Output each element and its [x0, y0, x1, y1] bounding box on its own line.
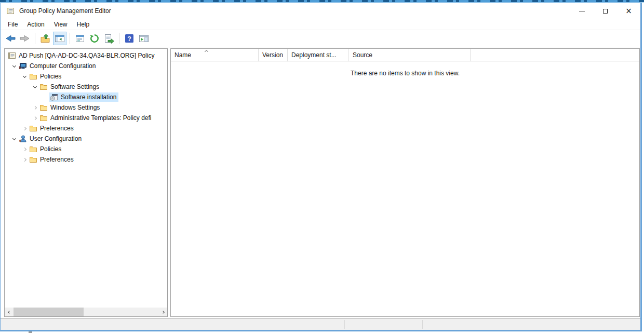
folder-icon — [39, 114, 48, 122]
tree-item-label: AD Push [QA-AD-DC-34.QA34-BLR.ORG] Polic… — [19, 52, 154, 59]
gpo-scroll-icon — [6, 7, 15, 15]
column-label: Source — [353, 51, 372, 59]
user-icon — [19, 135, 28, 143]
chevron-right-icon[interactable] — [31, 113, 39, 123]
tree-item-policies-user[interactable]: Policies — [5, 144, 167, 154]
folder-icon — [29, 72, 38, 81]
show-action-pane-icon — [139, 33, 149, 44]
chevron-right-icon — [162, 311, 165, 314]
close-button[interactable]: × — [617, 3, 640, 19]
tree-item-administrative-templates[interactable]: Administrative Templates: Policy defi — [5, 113, 167, 123]
tree-item-user-configuration[interactable]: User Configuration — [5, 134, 167, 144]
toolbar-separator — [35, 33, 35, 44]
scroll-left-button[interactable] — [5, 308, 14, 316]
back-icon — [5, 33, 16, 44]
main-area: AD Push [QA-AD-DC-34.QA34-BLR.ORG] Polic… — [1, 47, 640, 318]
tree-item-computer-configuration[interactable]: Computer Configuration — [5, 61, 167, 71]
folder-icon — [29, 155, 38, 164]
folder-icon — [29, 124, 38, 132]
column-header-version[interactable]: Version — [259, 49, 288, 61]
column-label: Deployment st... — [291, 51, 337, 59]
refresh-button[interactable] — [88, 32, 101, 45]
chevron-placeholder — [41, 92, 49, 102]
close-icon: × — [625, 7, 632, 15]
maximize-icon — [603, 9, 608, 14]
show-console-tree-icon — [55, 33, 65, 44]
tree-item-label: Policies — [40, 73, 61, 80]
status-bar-separator — [422, 320, 423, 329]
chevron-right-icon[interactable] — [20, 154, 29, 165]
console-tree: AD Push [QA-AD-DC-34.QA34-BLR.ORG] Polic… — [5, 49, 167, 308]
gpo-scroll-icon — [8, 51, 17, 60]
scrollbar-track[interactable] — [14, 308, 158, 316]
chevron-down-icon[interactable] — [31, 82, 39, 92]
console-tree-pane: AD Push [QA-AD-DC-34.QA34-BLR.ORG] Polic… — [4, 48, 168, 317]
window-controls: × — [570, 3, 640, 19]
menu-help[interactable]: Help — [72, 19, 95, 30]
forward-icon — [19, 33, 31, 44]
column-header-source[interactable]: Source — [349, 49, 471, 61]
toolbar-separator — [70, 33, 70, 44]
help-icon: ? — [124, 33, 135, 44]
properties-icon — [75, 33, 85, 44]
chevron-down-icon[interactable] — [10, 61, 18, 71]
folder-icon — [39, 103, 48, 112]
scrollbar-thumb[interactable] — [14, 308, 84, 316]
sort-ascending-icon — [205, 50, 208, 54]
column-header-deployment-state[interactable]: Deployment st... — [288, 49, 349, 61]
tree-item-label: Administrative Templates: Policy defi — [50, 114, 152, 122]
toolbar: ? — [1, 30, 640, 47]
column-label: Version — [262, 51, 283, 59]
back-button[interactable] — [4, 32, 17, 45]
horizontal-scrollbar[interactable] — [5, 308, 167, 316]
scroll-right-button[interactable] — [158, 308, 167, 316]
chevron-down-icon[interactable] — [10, 134, 18, 144]
folder-icon — [39, 83, 48, 91]
export-list-button[interactable] — [102, 32, 116, 45]
chevron-right-icon[interactable] — [20, 123, 29, 134]
menu-view[interactable]: View — [49, 19, 72, 30]
title-bar: Group Policy Management Editor × — [1, 3, 640, 19]
menu-bar: File Action View Help — [1, 19, 640, 30]
status-bar — [1, 318, 640, 330]
column-label: Name — [175, 51, 191, 59]
tree-item-policies-computer[interactable]: Policies — [5, 71, 167, 82]
tree-item-label: Preferences — [40, 156, 74, 163]
up-one-level-icon — [40, 33, 50, 44]
show-console-tree-button[interactable] — [53, 32, 66, 45]
minimize-icon — [579, 11, 585, 11]
refresh-icon — [89, 33, 100, 44]
column-header-name[interactable]: Name — [171, 49, 259, 61]
toolbar-separator — [119, 33, 119, 44]
menu-file[interactable]: File — [3, 19, 22, 30]
tree-item-software-installation[interactable]: Software installation — [5, 92, 167, 102]
tree-item-label: Software Settings — [50, 83, 99, 90]
chevron-left-icon — [8, 311, 11, 314]
forward-button[interactable] — [18, 32, 32, 45]
chevron-right-icon[interactable] — [31, 102, 39, 113]
app-window: Group Policy Management Editor × File Ac… — [0, 3, 642, 331]
chevron-down-icon[interactable] — [20, 71, 29, 82]
up-one-level-button[interactable] — [38, 32, 52, 45]
tree-item-preferences-computer[interactable]: Preferences — [5, 123, 167, 134]
empty-list-message: There are no items to show in this view. — [171, 70, 639, 77]
menu-action[interactable]: Action — [22, 19, 49, 30]
tree-item-label: Preferences — [40, 125, 74, 132]
chevron-right-icon[interactable] — [20, 144, 29, 154]
tree-item-gpo-root[interactable]: AD Push [QA-AD-DC-34.QA34-BLR.ORG] Polic… — [5, 50, 167, 61]
properties-button[interactable] — [73, 32, 87, 45]
tree-item-label: Computer Configuration — [30, 62, 96, 70]
tree-item-preferences-user[interactable]: Preferences — [5, 154, 167, 165]
folder-icon — [29, 145, 38, 153]
maximize-button[interactable] — [594, 3, 617, 19]
software-package-icon — [50, 93, 59, 101]
tree-item-label: Software installation — [61, 94, 116, 101]
list-view-pane: Name Version Deployment st... Source The… — [170, 48, 640, 317]
list-header: Name Version Deployment st... Source — [171, 49, 639, 62]
tree-item-software-settings[interactable]: Software Settings — [5, 82, 167, 92]
tree-item-label: User Configuration — [30, 135, 82, 142]
show-action-pane-button[interactable] — [137, 32, 151, 45]
tree-item-windows-settings[interactable]: Windows Settings — [5, 102, 167, 113]
minimize-button[interactable] — [570, 3, 594, 19]
help-button[interactable]: ? — [123, 32, 136, 45]
